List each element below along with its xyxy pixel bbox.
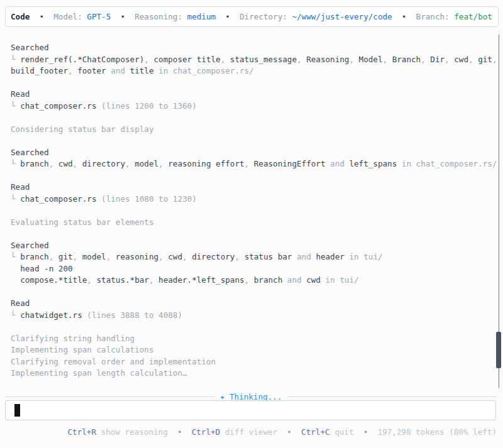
text-segment: , <box>245 159 254 168</box>
text-segment: and <box>282 275 306 285</box>
history-line: Implementing span length calculation… <box>11 368 496 380</box>
text-segment: in <box>321 275 340 285</box>
text-segment: , <box>73 252 82 261</box>
text-segment: Dir <box>430 55 445 64</box>
history-line: Evaluating status bar elements <box>11 217 496 229</box>
text-segment: Branch <box>392 55 421 64</box>
history-line: Read <box>11 182 496 194</box>
text-segment: in <box>154 66 173 75</box>
terminal-app: Code • Model: GPT-5 • Reasoning: medium … <box>0 0 503 448</box>
history-line: Clarifying string handling <box>11 333 496 345</box>
text-segment: └ <box>11 101 20 111</box>
text-segment: Reasoning <box>306 55 349 64</box>
text-segment: status bar <box>245 252 292 261</box>
text-segment: Evaluating status bar elements <box>11 217 153 227</box>
text-segment: Code <box>11 12 30 21</box>
history-line: Read <box>11 298 496 310</box>
text-segment: title <box>130 66 154 75</box>
text-segment: ~/www/just-every/code <box>292 12 392 21</box>
history-blank-line <box>11 112 496 124</box>
text-segment: , <box>445 55 454 64</box>
text-segment: , <box>106 252 116 261</box>
text-segment: └ <box>11 194 20 204</box>
text-segment: reasoning <box>116 252 158 261</box>
history-blank-line <box>11 135 496 147</box>
text-segment <box>292 427 301 437</box>
text-segment: footer <box>77 66 106 75</box>
history-line: Clarifying removal order and implementat… <box>11 356 496 368</box>
text-segment: medium <box>187 12 216 21</box>
text-segment: Branch: <box>416 12 455 21</box>
text-segment: chat_composer.rs/ <box>173 66 254 75</box>
text-segment: (lines 1080 to 1230) <box>97 194 197 204</box>
text-segment: quit <box>330 427 363 437</box>
text-segment: , <box>245 275 254 285</box>
text-segment: feat/bot <box>454 12 492 21</box>
history-line: └ branch, git, model, reasoning, cwd, di… <box>11 251 496 263</box>
text-segment: Clarifying removal order and implementat… <box>11 357 216 366</box>
text-segment: tui/ <box>340 275 358 285</box>
history-line: Searched <box>11 147 496 159</box>
text-segment: Considering status bar display <box>11 124 153 134</box>
text-segment: , <box>125 159 135 168</box>
text-segment: , <box>468 55 478 64</box>
text-segment: • <box>392 12 416 21</box>
text-segment: , <box>49 252 58 261</box>
text-segment: , <box>349 55 358 64</box>
status-bar: Code • Model: GPT-5 • Reasoning: medium … <box>5 6 499 27</box>
text-segment: , <box>158 159 168 168</box>
history-line: └ chat_composer.rs (lines 1080 to 1230) <box>11 194 496 205</box>
history-blank-line <box>11 170 496 182</box>
text-segment: └ <box>11 310 20 320</box>
scrollbar-thumb[interactable] <box>496 332 501 368</box>
text-segment: git <box>478 55 492 64</box>
text-segment: Read <box>11 298 30 308</box>
history-line: └ branch, cwd, directory, model, reasoni… <box>11 158 496 170</box>
history-line: └ chat_composer.rs (lines 1200 to 1360) <box>11 101 496 112</box>
text-segment: • <box>177 427 182 437</box>
text-segment: Model <box>359 55 383 64</box>
history-line: head -n 200 <box>11 263 496 275</box>
text-segment: • <box>287 427 292 437</box>
text-segment: header <box>316 252 345 261</box>
text-segment: , <box>182 252 192 261</box>
text-segment: , <box>221 55 230 64</box>
history-blank-line <box>11 228 496 240</box>
history-line: compose.*title, status.*bar, header.*lef… <box>11 275 496 287</box>
text-segment: (lines 1200 to 1360) <box>97 101 197 111</box>
history-line: Considering status bar display <box>11 124 496 136</box>
text-segment: chat_composer.rs <box>20 194 96 204</box>
text-segment: chat_composer.rs <box>20 101 96 111</box>
text-segment: in <box>345 252 363 261</box>
text-segment: └ <box>11 159 20 168</box>
text-segment: branch <box>254 275 283 285</box>
text-segment: • <box>216 12 240 21</box>
text-segment: Directory: <box>240 12 292 21</box>
text-segment <box>182 427 192 437</box>
text-segment: git <box>58 252 73 261</box>
text-segment: and <box>292 252 316 261</box>
text-segment: └ <box>11 252 20 261</box>
history-line: Implementing span calculations <box>11 344 496 356</box>
text-segment: Ctrl+R <box>68 427 97 437</box>
history-blank-line <box>11 287 496 298</box>
text-segment: └ <box>11 55 20 64</box>
text-segment: Implementing span calculations <box>11 345 153 354</box>
text-segment: Implementing span length calculation… <box>11 368 187 378</box>
text-segment: Searched <box>11 43 49 52</box>
text-segment: , <box>149 275 158 285</box>
text-segment: branch <box>20 252 49 261</box>
text-cursor <box>14 404 20 417</box>
text-segment: diff viewer <box>220 427 287 437</box>
text-segment: header.*left_spans <box>158 275 244 285</box>
text-segment: directory <box>82 159 125 168</box>
text-segment: Ctrl+C <box>301 427 330 437</box>
message-input[interactable] <box>5 400 496 420</box>
text-segment: composer title <box>153 55 220 64</box>
text-segment: cwd <box>58 159 73 168</box>
text-segment: model <box>82 252 106 261</box>
text-segment: head -n 200 <box>11 264 73 273</box>
text-segment: , <box>144 55 153 64</box>
text-segment: status.*bar <box>97 275 149 285</box>
text-segment: Searched <box>11 148 49 157</box>
